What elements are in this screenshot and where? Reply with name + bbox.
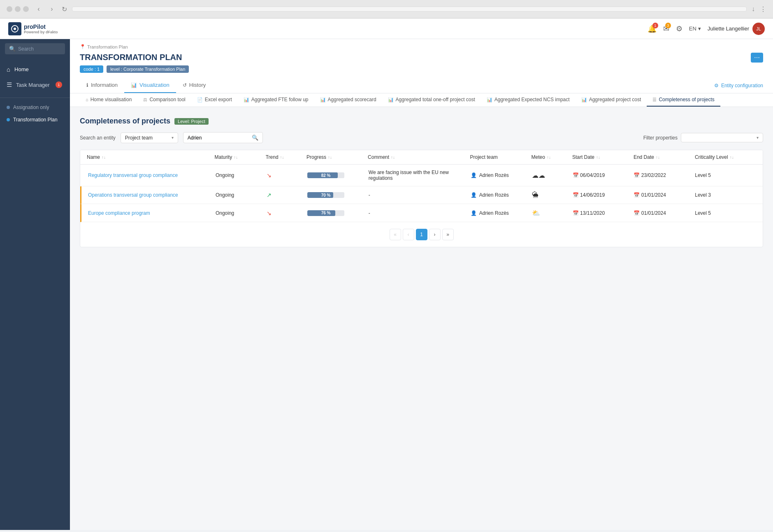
page-title: TRANSFORMATION PLAN <box>80 53 189 62</box>
sort-meteo-icon: ↑↓ <box>547 155 551 160</box>
entity-dropdown[interactable]: Project team ▾ <box>121 132 178 143</box>
row2-name[interactable]: Operations transversal group compliance <box>88 192 216 198</box>
entity-search-input[interactable] <box>188 135 249 141</box>
filter-properties-dropdown[interactable]: ▾ <box>681 133 763 142</box>
more-button[interactable]: ⋯ <box>751 53 763 63</box>
browser-back-button[interactable]: ‹ <box>34 4 44 14</box>
viz-bar: ⌂ Home visualisation ⚖ Comparison tool 📄… <box>70 93 773 107</box>
row1-end-calendar-icon: 📅 <box>634 172 641 178</box>
row1-team: 👤 Adrien Rozès <box>471 172 532 178</box>
entity-search-box[interactable]: 🔍 <box>183 132 263 143</box>
row1-calendar-icon: 📅 <box>573 172 580 178</box>
sidebar-item-task-manager[interactable]: ☰ Task Manager 1 <box>0 77 70 93</box>
header-right: 🔔 1 ✉ 3 ⚙ EN ▾ Juliette Langellier JL <box>648 23 765 35</box>
viz-tab-scorecard[interactable]: 📊 Aggregated scorecard <box>314 93 382 107</box>
search-input[interactable] <box>18 46 61 52</box>
row1-start-date: 📅 06/04/2019 <box>573 172 634 178</box>
browser-menu-icon[interactable]: ⋮ <box>760 5 766 13</box>
col-progress[interactable]: Progress ↑↓ <box>306 154 368 160</box>
pagination-first[interactable]: « <box>390 229 401 240</box>
row3-calendar-icon: 📅 <box>573 210 580 216</box>
level-badge: Level: Project <box>174 118 209 125</box>
row2-calendar-icon: 📅 <box>573 192 580 198</box>
viz-tab-comparison[interactable]: ⚖ Comparison tool <box>137 93 191 107</box>
sort-trend-icon: ↑↓ <box>280 155 284 160</box>
browser-forward-button[interactable]: › <box>47 4 57 14</box>
viz-tab-home[interactable]: ⌂ Home visualisation <box>80 93 137 107</box>
page-badges: code : 1 level : Corporate Transformatio… <box>80 65 189 73</box>
tab-visualization[interactable]: 📊 Visualization <box>124 78 176 93</box>
tab-information[interactable]: ℹ Information <box>80 78 124 93</box>
home-icon: ⌂ <box>7 66 10 73</box>
search-icon: 🔍 <box>9 46 16 52</box>
pagination-current[interactable]: 1 <box>416 229 427 240</box>
row2-trend-icon: ↗ <box>267 192 272 198</box>
sidebar-section: Assignation only Transformation Plan <box>0 100 70 128</box>
row3-trend-icon: ↘ <box>267 210 272 216</box>
row3-trend: ↘ <box>267 210 307 216</box>
browser-actions: ↓ ⋮ <box>752 5 766 13</box>
entity-search-icon: 🔍 <box>252 135 258 141</box>
row1-name[interactable]: Regulatory transversal group compliance <box>88 172 216 178</box>
row2-progress-label: 70 % <box>307 192 344 198</box>
breadcrumb-text: Transformation Plan <box>87 44 128 49</box>
viz-tab-project-cost[interactable]: 📊 Aggregated project cost <box>576 93 647 107</box>
messages-badge: 3 <box>665 23 671 28</box>
col-project-team[interactable]: Project team <box>470 154 531 160</box>
viz-tab-ncs[interactable]: 📊 Aggregated Expected NCS impact <box>481 93 576 107</box>
language-selector[interactable]: EN ▾ <box>689 26 701 32</box>
task-manager-badge: 1 <box>56 81 62 88</box>
row3-end-calendar-icon: 📅 <box>634 210 641 216</box>
row2-progress-bar: 70 % <box>307 192 344 198</box>
user-name: Juliette Langellier <box>708 26 749 32</box>
col-maturity[interactable]: Maturity ↑↓ <box>214 154 265 160</box>
sort-criticality-icon: ↑↓ <box>730 155 734 160</box>
viz-one-off-icon: 📊 <box>388 97 394 102</box>
row3-progress: 76 % <box>307 210 369 216</box>
viz-tab-excel[interactable]: 📄 Excel export <box>191 93 238 107</box>
search-input-wrap[interactable]: 🔍 <box>5 43 65 54</box>
sort-name-icon: ↑↓ <box>102 155 106 160</box>
entity-config-button[interactable]: ⚙ Entity configuration <box>714 79 763 92</box>
row2-trend: ↗ <box>267 192 307 198</box>
sidebar-item-home[interactable]: ⌂ Home <box>0 62 70 77</box>
messages-icon[interactable]: ✉ 3 <box>663 24 669 33</box>
sidebar-item-transformation-plan[interactable]: Transformation Plan <box>0 114 70 126</box>
col-trend[interactable]: Trend ↑↓ <box>266 154 306 160</box>
notifications-icon[interactable]: 🔔 1 <box>648 24 657 33</box>
browser-refresh-button[interactable]: ↻ <box>62 5 67 13</box>
col-meteo[interactable]: Meteo ↑↓ <box>532 154 572 160</box>
table-row: Europe compliance program Ongoing ↘ 76 %… <box>80 204 763 222</box>
main-layout: 🔍 ⌂ Home ☰ Task Manager 1 <box>0 39 773 530</box>
settings-icon[interactable]: ⚙ <box>676 24 682 33</box>
viz-tab-fte[interactable]: 📊 Aggregated FTE follow up <box>238 93 314 107</box>
row3-progress-label: 76 % <box>307 210 344 216</box>
pagination-last[interactable]: » <box>442 229 454 240</box>
pagination-next[interactable]: › <box>429 229 441 240</box>
viz-tab-completeness[interactable]: ☰ Completeness of projects <box>647 93 720 107</box>
sidebar-item-transformation-label: Transformation Plan <box>13 117 58 123</box>
viz-ncs-icon: 📊 <box>487 97 492 102</box>
browser-dots <box>7 6 29 12</box>
col-start-date[interactable]: Start Date ↑↓ <box>572 154 634 160</box>
browser-dot-3 <box>23 6 29 12</box>
viz-tab-one-off[interactable]: 📊 Aggregated total one-off project cost <box>382 93 481 107</box>
browser-download-icon[interactable]: ↓ <box>752 5 755 13</box>
row3-progress-bar: 76 % <box>307 210 344 216</box>
breadcrumb: 📍 Transformation Plan <box>80 44 763 49</box>
row3-name[interactable]: Europe compliance program <box>88 210 216 216</box>
row2-criticality: Level 3 <box>695 192 756 198</box>
col-comment[interactable]: Comment ↑↓ <box>368 154 470 160</box>
col-name[interactable]: Name ↑↓ <box>87 154 214 160</box>
row3-member-icon: 👤 <box>471 210 477 216</box>
browser-url-bar[interactable] <box>72 7 747 12</box>
sidebar-dot-assignation <box>7 106 10 109</box>
sidebar-item-assignation-only[interactable]: Assignation only <box>0 101 70 114</box>
browser-dot-2 <box>15 6 21 12</box>
viz-home-icon: ⌂ <box>86 97 88 102</box>
col-end-date[interactable]: End Date ↑↓ <box>634 154 695 160</box>
pagination-prev[interactable]: ‹ <box>403 229 414 240</box>
tab-history[interactable]: ↺ History <box>176 78 212 93</box>
user-avatar: JL <box>752 23 765 35</box>
col-criticality[interactable]: Criticality Level ↑↓ <box>695 154 756 160</box>
